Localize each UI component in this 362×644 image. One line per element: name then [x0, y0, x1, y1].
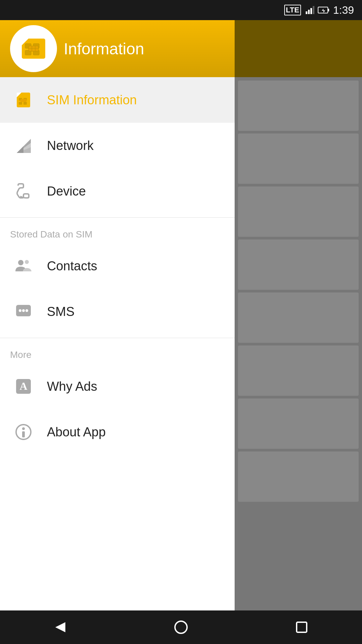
- ads-icon: A: [10, 373, 37, 400]
- right-panel: [235, 77, 362, 610]
- svg-text:A: A: [19, 380, 27, 392]
- svg-rect-18: [20, 99, 26, 102]
- svg-rect-17: [23, 102, 27, 105]
- sim-chip-icon: [18, 34, 49, 64]
- lte-icon: LTE: [284, 5, 301, 15]
- signal-icon: [306, 6, 314, 14]
- app-header: Information: [0, 20, 235, 77]
- svg-rect-8: [28, 46, 39, 51]
- bg-tile: [238, 239, 359, 290]
- section-more: More: [0, 341, 235, 364]
- menu-item-why-ads[interactable]: A Why Ads: [0, 364, 235, 409]
- sim-information-icon: [10, 87, 37, 113]
- svg-rect-34: [22, 431, 25, 437]
- svg-point-25: [25, 260, 29, 264]
- navigation-drawer: SIM Information Network Device Stored D: [0, 77, 235, 610]
- divider-1: [0, 217, 235, 218]
- svg-rect-1: [328, 9, 329, 11]
- bg-tile: [238, 398, 359, 449]
- bg-tile: [238, 345, 359, 396]
- svg-point-24: [18, 260, 23, 265]
- svg-rect-16: [19, 102, 22, 105]
- sim-logo: [10, 25, 57, 72]
- status-time: 1:39: [333, 4, 354, 16]
- network-icon: [10, 132, 37, 159]
- menu-item-about-app[interactable]: About App: [0, 409, 235, 455]
- svg-point-29: [25, 309, 28, 312]
- status-icons: LTE 1:39: [284, 4, 354, 16]
- device-label: Device: [47, 184, 86, 199]
- sms-icon: [10, 298, 37, 325]
- svg-marker-23: [17, 146, 23, 153]
- sim-information-label: SIM Information: [47, 93, 137, 107]
- battery-icon: [318, 6, 330, 14]
- network-label: Network: [47, 139, 94, 153]
- svg-point-28: [22, 309, 25, 312]
- menu-item-contacts[interactable]: Contacts: [0, 243, 235, 289]
- sms-label: SMS: [47, 305, 74, 319]
- svg-point-33: [22, 427, 25, 430]
- bg-tile: [238, 80, 359, 131]
- divider-2: [0, 338, 235, 338]
- contacts-label: Contacts: [47, 259, 97, 273]
- bg-tile: [238, 186, 359, 237]
- why-ads-label: Why Ads: [47, 379, 97, 394]
- contacts-icon: [10, 253, 37, 279]
- recents-button[interactable]: [288, 614, 315, 641]
- status-bar: LTE 1:39: [0, 0, 362, 20]
- menu-item-sms[interactable]: SMS: [0, 289, 235, 334]
- info-icon: [10, 419, 37, 445]
- app-header-right: [235, 20, 362, 77]
- phone-icon: [10, 178, 37, 205]
- bg-tile: [238, 451, 359, 502]
- bg-tile: [238, 133, 359, 184]
- section-stored-data: Stored Data on SIM: [0, 221, 235, 243]
- bg-tile: [238, 292, 359, 343]
- menu-item-sim-information[interactable]: SIM Information: [0, 77, 235, 123]
- home-button[interactable]: [168, 614, 194, 641]
- about-app-label: About App: [47, 425, 106, 439]
- svg-rect-37: [297, 622, 307, 632]
- svg-point-27: [19, 309, 21, 312]
- menu-item-network[interactable]: Network: [0, 123, 235, 168]
- app-title: Information: [64, 40, 144, 58]
- svg-marker-35: [55, 622, 65, 632]
- back-button[interactable]: [47, 614, 74, 641]
- background-tiles: [235, 77, 362, 505]
- svg-point-36: [175, 621, 187, 633]
- bottom-nav-bar: [0, 610, 362, 644]
- menu-item-device[interactable]: Device: [0, 168, 235, 214]
